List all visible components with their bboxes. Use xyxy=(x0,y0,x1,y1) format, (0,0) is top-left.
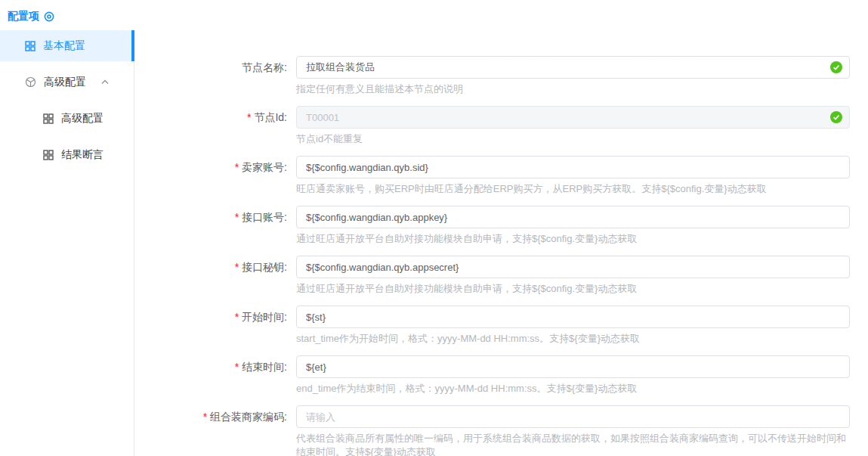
field-label: 节点名称: xyxy=(0,56,296,96)
field-label: *接口账号: xyxy=(0,206,296,246)
field-helper-text: start_time作为开始时间，格式：yyyy-MM-dd HH:mm:ss。… xyxy=(296,332,850,346)
api-account-input[interactable] xyxy=(296,206,850,228)
required-mark: * xyxy=(203,411,207,423)
field-label: *卖家账号: xyxy=(0,156,296,196)
field-label: *开始时间: xyxy=(0,306,296,346)
form-row-node-id: *节点Id: 节点id不能重复 xyxy=(0,106,868,146)
required-mark: * xyxy=(235,211,239,223)
field-label: *接口秘钥: xyxy=(0,256,296,296)
field-label: *结束时间: xyxy=(0,355,296,396)
field-helper-text: 通过旺店通开放平台自助对接功能模块自助申请，支持${$config.变量}动态获… xyxy=(296,232,850,246)
end-time-input[interactable] xyxy=(296,355,850,378)
field-helper-text: 通过旺店通开放平台自助对接功能模块自助申请，支持${$config.变量}动态获… xyxy=(296,282,850,296)
field-helper-text: 旺店通卖家账号，购买ERP时由旺店通分配给ERP购买方，从ERP购买方获取。支持… xyxy=(296,182,850,196)
api-secret-input[interactable] xyxy=(296,256,850,278)
node-name-input[interactable] xyxy=(296,56,850,79)
combo-merchant-code-input[interactable] xyxy=(296,405,850,428)
node-config-form: 节点名称: 指定任何有意义且能描述本节点的说明 *节点Id: 节点id不能重复 xyxy=(0,56,868,456)
required-mark: * xyxy=(235,361,239,373)
field-label: *节点Id: xyxy=(0,106,296,146)
required-mark: * xyxy=(235,261,239,273)
node-id-input xyxy=(296,106,850,129)
config-panel-title: 配置项 xyxy=(8,10,54,23)
field-label: *组合装商家编码: xyxy=(0,405,296,456)
field-helper-text: end_time作为结束时间，格式：yyyy-MM-dd HH:mm:ss。支持… xyxy=(296,382,850,396)
valid-check-icon xyxy=(830,111,842,123)
required-mark: * xyxy=(235,161,239,173)
field-helper-text: 指定任何有意义且能描述本节点的说明 xyxy=(296,82,850,96)
field-helper-text: 代表组合装商品所有属性的唯一编码，用于系统组合装商品数据的获取，如果按照组合装商… xyxy=(296,432,850,456)
sidebar-item-label: 基本配置 xyxy=(43,39,85,53)
grid-icon xyxy=(25,41,36,51)
required-mark: * xyxy=(235,311,239,323)
seller-account-input[interactable] xyxy=(296,156,850,178)
form-row-start-time: *开始时间: start_time作为开始时间，格式：yyyy-MM-dd HH… xyxy=(0,306,868,346)
form-row-node-name: 节点名称: 指定任何有意义且能描述本节点的说明 xyxy=(0,56,868,96)
form-row-api-account: *接口账号: 通过旺店通开放平台自助对接功能模块自助申请，支持${$config… xyxy=(0,206,868,246)
sidebar-title-label: 配置项 xyxy=(8,10,39,23)
required-mark: * xyxy=(247,111,251,123)
field-helper-text: 节点id不能重复 xyxy=(296,132,850,146)
form-row-api-secret: *接口秘钥: 通过旺店通开放平台自助对接功能模块自助申请，支持${$config… xyxy=(0,256,868,296)
form-row-end-time: *结束时间: end_time作为结束时间，格式：yyyy-MM-dd HH:m… xyxy=(0,355,868,396)
target-icon[interactable] xyxy=(44,11,54,22)
start-time-input[interactable] xyxy=(296,306,850,328)
form-row-combo-merchant-code: *组合装商家编码: 代表组合装商品所有属性的唯一编码，用于系统组合装商品数据的获… xyxy=(0,405,868,456)
form-row-seller-account: *卖家账号: 旺店通卖家账号，购买ERP时由旺店通分配给ERP购买方，从ERP购… xyxy=(0,156,868,196)
valid-check-icon xyxy=(830,61,842,73)
